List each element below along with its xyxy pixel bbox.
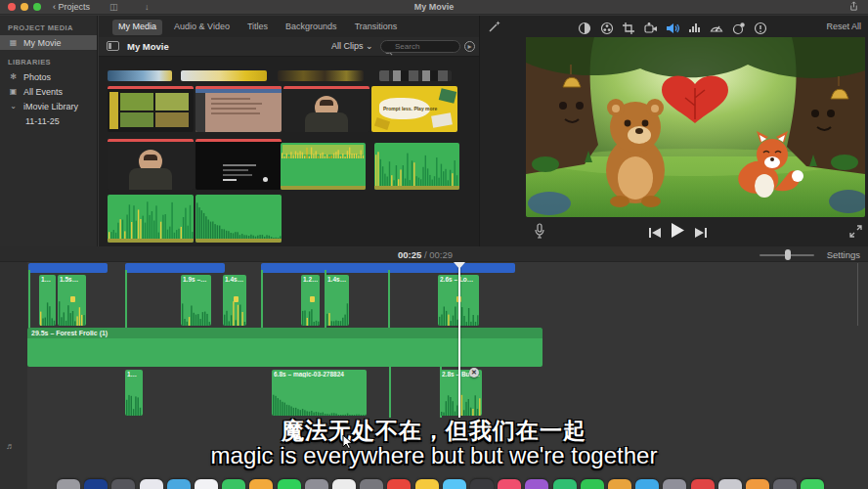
dock-app-icon[interactable] xyxy=(111,479,135,489)
sidebar-item-photos[interactable]: ✻Photos xyxy=(0,69,97,84)
browser-forward-icon[interactable]: ▸ xyxy=(464,41,475,52)
timeline-toolbar: 00:25 / 00:29 Settings xyxy=(0,246,868,262)
filmstrip-yellow[interactable] xyxy=(181,70,267,81)
volume-icon[interactable] xyxy=(666,22,679,35)
audio-clip[interactable]: 1.5s… xyxy=(58,275,86,326)
microphone-icon[interactable] xyxy=(534,223,545,243)
dock-app-icon[interactable] xyxy=(608,479,631,489)
playhead-handle[interactable] xyxy=(454,262,465,269)
timeline-zoom-knob[interactable] xyxy=(785,249,791,260)
sidebar-item-all-events[interactable]: ▣All Events xyxy=(0,84,97,99)
timeline-settings-button[interactable]: Settings xyxy=(827,249,860,260)
dock-app-icon[interactable] xyxy=(718,479,742,489)
audio-clip[interactable]: 1.4s… xyxy=(223,275,246,326)
filmstrip-dark[interactable] xyxy=(278,70,364,81)
media-browser-pane: My MediaAudio & VideoTitlesBackgroundsTr… xyxy=(99,16,479,246)
clip-collage[interactable] xyxy=(108,86,194,132)
minimize-window-button[interactable] xyxy=(21,3,28,11)
dock-app-icon[interactable] xyxy=(278,479,301,489)
dock-app-icon[interactable] xyxy=(746,479,769,489)
audio-yellow-top[interactable] xyxy=(281,143,366,190)
clip-delete-badge[interactable]: ✕ xyxy=(469,368,479,378)
download-arrow-icon[interactable]: ↓ xyxy=(145,2,150,12)
sidebar-item-imovie-library[interactable]: ⌄iMovie Library xyxy=(0,99,97,113)
dock-app-icon[interactable] xyxy=(801,479,824,489)
dock-app-icon[interactable] xyxy=(195,479,218,489)
clip-document[interactable] xyxy=(195,86,282,132)
audio-clip[interactable]: 1.4s… xyxy=(326,275,349,326)
dock-app-icon[interactable] xyxy=(581,479,604,489)
search-input[interactable] xyxy=(380,40,460,53)
playhead-line[interactable] xyxy=(458,263,460,418)
clip-yellow-promo[interactable]: Prompt less. Play more xyxy=(371,86,457,132)
dock-app-icon[interactable] xyxy=(773,479,797,489)
tab-backgrounds[interactable]: Backgrounds xyxy=(280,20,343,35)
filmstrip-mini[interactable] xyxy=(379,70,452,81)
share-icon[interactable] xyxy=(848,1,859,14)
dock-app-icon[interactable] xyxy=(305,479,328,489)
tab-titles[interactable]: Titles xyxy=(241,20,274,35)
dock-app-icon[interactable] xyxy=(635,479,659,489)
audio-clip[interactable]: 1.2… xyxy=(301,275,320,326)
main-video-clip[interactable]: 29.5s – Forest Frolic (1) xyxy=(27,328,542,367)
previous-frame-icon[interactable] xyxy=(648,225,662,243)
tab-my-media[interactable]: My Media xyxy=(112,20,162,35)
audio-spikes2[interactable] xyxy=(108,195,194,243)
subtitle-line-english: magic is everywhere but but we're togeth… xyxy=(0,442,868,469)
clip-presenter[interactable] xyxy=(108,139,194,190)
dock-app-icon[interactable] xyxy=(57,479,80,489)
zoom-window-button[interactable] xyxy=(33,3,41,11)
dock-app-icon[interactable] xyxy=(167,479,191,489)
crop-icon[interactable] xyxy=(622,22,635,35)
sidebar-item-my-movie[interactable]: ▦My Movie xyxy=(0,35,97,50)
sidebar-toggle-icon[interactable] xyxy=(107,41,119,51)
title-clip-bar[interactable] xyxy=(125,263,225,273)
dock-app-icon[interactable] xyxy=(249,479,273,489)
clip-filter-dropdown[interactable]: All Clips ⌄ xyxy=(331,41,373,51)
attached-audio-clip[interactable]: 1… xyxy=(125,370,143,416)
title-clip-bar[interactable] xyxy=(28,263,108,273)
dock-app-icon[interactable] xyxy=(140,479,163,489)
attached-audio-clip[interactable]: 6.8s – magic-03-278824 xyxy=(272,370,367,416)
dock-app-icon[interactable] xyxy=(553,479,577,489)
dock-app-icon[interactable] xyxy=(84,479,108,489)
clip-terminal[interactable] xyxy=(195,139,282,190)
dock-app-icon[interactable] xyxy=(443,479,466,489)
effects-icon[interactable] xyxy=(732,22,746,35)
filmstrip-blue[interactable] xyxy=(108,70,172,81)
import-media-icon[interactable]: ◫︎ xyxy=(109,2,118,12)
audio-decay[interactable] xyxy=(195,195,282,243)
tab-transitions[interactable]: Transitions xyxy=(349,20,404,35)
dock-app-icon[interactable] xyxy=(663,479,686,489)
timecode: 00:25 / 00:29 xyxy=(371,249,479,260)
clip-presenter-dark[interactable] xyxy=(283,86,369,132)
color-balance-icon[interactable] xyxy=(578,22,591,35)
back-to-projects-button[interactable]: ‹ Projects xyxy=(53,2,90,12)
dock-app-icon[interactable] xyxy=(691,479,715,489)
audio-spikes[interactable] xyxy=(374,143,459,190)
audio-clip[interactable]: 1… xyxy=(39,275,56,326)
audio-clip[interactable]: 1.9s –… xyxy=(181,275,211,326)
dock-app-icon[interactable] xyxy=(360,479,383,489)
tab-audio-video[interactable]: Audio & Video xyxy=(168,20,236,35)
next-frame-icon[interactable] xyxy=(694,225,708,243)
reset-all-button[interactable]: Reset All xyxy=(826,22,861,31)
info-icon[interactable] xyxy=(754,22,767,35)
noise-reduction-icon[interactable] xyxy=(688,22,702,35)
dock-app-icon[interactable] xyxy=(415,479,439,489)
dock-app-icon[interactable] xyxy=(332,479,356,489)
color-correction-icon[interactable] xyxy=(600,22,614,35)
sidebar-item-11-11-25[interactable]: 11-11-25 xyxy=(0,113,97,128)
play-icon[interactable] xyxy=(670,222,685,243)
speed-icon[interactable] xyxy=(710,22,723,35)
close-window-button[interactable] xyxy=(8,3,16,11)
dock-app-icon[interactable] xyxy=(222,479,245,489)
viewer-canvas[interactable] xyxy=(526,37,865,217)
fullscreen-icon[interactable] xyxy=(849,224,862,242)
dock-app-icon[interactable] xyxy=(498,479,521,489)
dock-app-icon[interactable] xyxy=(387,479,411,489)
dock-app-icon[interactable] xyxy=(470,479,494,489)
dock-app-icon[interactable] xyxy=(525,479,548,489)
events-icon: ▣ xyxy=(8,87,19,96)
stabilization-icon[interactable] xyxy=(644,22,658,35)
